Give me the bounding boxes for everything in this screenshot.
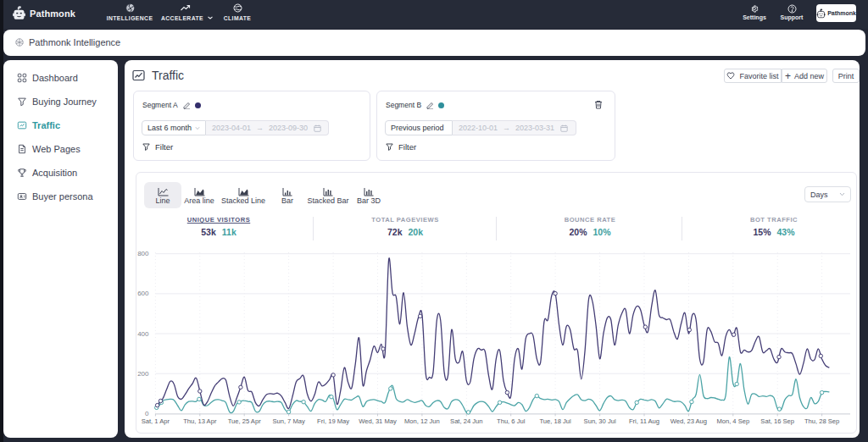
- svg-text:Sat, 24 Jun: Sat, 24 Jun: [450, 417, 482, 425]
- svg-text:Mon, 12 Jun: Mon, 12 Jun: [404, 417, 440, 425]
- svg-text:Sat, 16 Sep: Sat, 16 Sep: [760, 417, 794, 425]
- svg-text:Mon, 4 Sep: Mon, 4 Sep: [716, 417, 749, 425]
- svg-text:Tue, 18 Jul: Tue, 18 Jul: [539, 417, 571, 425]
- svg-text:Sun, 30 Jul: Sun, 30 Jul: [584, 417, 616, 425]
- svg-text:Fri, 19 May: Fri, 19 May: [317, 417, 349, 425]
- svg-text:Wed, 23 Aug: Wed, 23 Aug: [670, 417, 707, 425]
- svg-text:600: 600: [137, 290, 149, 297]
- svg-text:Fri, 11 Aug: Fri, 11 Aug: [629, 417, 659, 425]
- svg-text:400: 400: [137, 330, 149, 338]
- svg-text:Wed, 31 May: Wed, 31 May: [359, 417, 397, 425]
- svg-text:Sun, 7 May: Sun, 7 May: [272, 417, 305, 425]
- svg-text:Tue, 25 Apr: Tue, 25 Apr: [228, 417, 261, 425]
- svg-text:800: 800: [137, 250, 149, 257]
- svg-text:Thu, 13 Apr: Thu, 13 Apr: [183, 417, 217, 425]
- svg-text:Sat, 1 Apr: Sat, 1 Apr: [142, 417, 170, 425]
- svg-text:Thu, 6 Jul: Thu, 6 Jul: [497, 417, 526, 425]
- svg-text:0: 0: [145, 410, 149, 417]
- svg-text:Thu, 28 Sep: Thu, 28 Sep: [804, 417, 839, 425]
- svg-text:200: 200: [137, 370, 149, 378]
